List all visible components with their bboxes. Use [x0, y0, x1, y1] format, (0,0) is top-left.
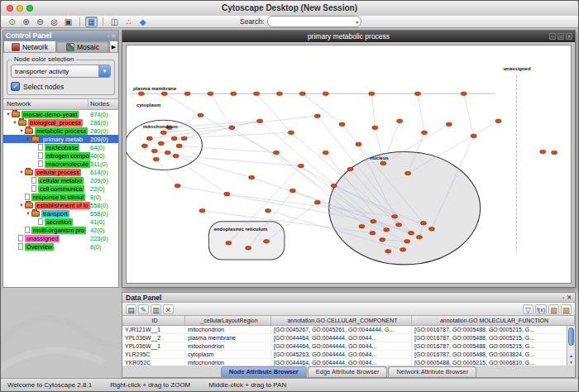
tree-column-network[interactable]: Network [3, 99, 89, 109]
graph-node[interactable] [153, 157, 159, 161]
graph-node[interactable] [347, 167, 353, 171]
graph-node[interactable] [471, 134, 476, 138]
table-row[interactable]: YJR121W__1mitochondrion[GO:0045267, GO:0… [122, 326, 567, 334]
graph-node[interactable] [290, 189, 295, 193]
graph-node[interactable] [181, 136, 187, 141]
graph-node[interactable] [249, 175, 255, 179]
graph-node[interactable] [540, 150, 546, 154]
create-attribute-icon[interactable]: ✎ [138, 304, 149, 314]
graph-node[interactable] [421, 131, 427, 135]
graph-node[interactable] [176, 144, 182, 148]
graph-node[interactable] [461, 92, 467, 96]
graph-node[interactable] [226, 241, 232, 246]
tree-row[interactable]: ▼primary metab209(0) [3, 135, 118, 143]
graph-node[interactable] [372, 126, 378, 130]
graph-node[interactable] [495, 119, 501, 123]
function-builder-icon[interactable]: f(x) [535, 304, 547, 314]
tree-row[interactable]: unassigned223(0) [3, 234, 118, 242]
scroll-up-icon[interactable]: ▲ [567, 352, 575, 359]
internal-maximize-icon[interactable]: □ [557, 33, 564, 40]
graph-node[interactable] [254, 92, 260, 96]
graph-node[interactable] [371, 219, 376, 223]
graph-node[interactable] [273, 151, 279, 155]
graph-node[interactable] [404, 240, 410, 244]
graph-node[interactable] [198, 113, 203, 117]
graph-node[interactable] [173, 154, 179, 158]
clear-attribute-icon[interactable]: ✕ [163, 304, 174, 314]
tree-row[interactable]: ▼transport558(0) [3, 209, 118, 218]
search-input[interactable] [273, 17, 352, 26]
graph-node[interactable] [171, 136, 177, 141]
column-header[interactable]: annotation.GO MOLECULAR_FUNCTION [412, 316, 575, 325]
graph-node[interactable] [314, 114, 320, 118]
graph-node[interactable] [428, 227, 434, 231]
graph-node[interactable] [138, 92, 144, 96]
graph-node[interactable] [146, 136, 152, 141]
zoom-out-icon[interactable]: ⊖ [34, 17, 46, 27]
graph-node[interactable] [265, 208, 270, 213]
graph-node[interactable] [141, 144, 147, 148]
graph-node[interactable] [208, 92, 213, 96]
tree-row[interactable]: ▼mosaic-demo-yeast874(0) [3, 110, 118, 118]
graph-node[interactable] [323, 151, 328, 155]
graph-node[interactable] [298, 164, 304, 168]
close-panel-icon[interactable]: ✕ [567, 294, 572, 301]
network-canvas[interactable]: plasma membranecytoplasmmitochondrionnuc… [126, 45, 572, 284]
tree-row[interactable]: macromolecule311(0) [3, 160, 118, 168]
zoom-selected-icon[interactable]: ◎ [48, 17, 60, 27]
graph-node[interactable] [276, 92, 282, 96]
network-window-titlebar[interactable]: primary metabolic process ─ □ ✕ [122, 31, 575, 42]
node-color-dropdown[interactable]: transporter activity ▼ [11, 65, 111, 78]
graph-node[interactable] [323, 92, 328, 96]
graph-node[interactable] [165, 151, 170, 155]
graph-node[interactable] [314, 200, 320, 204]
tree-row[interactable]: nitrogen compo40(0) [3, 151, 118, 160]
graph-node[interactable] [416, 235, 422, 239]
search-dropdown-icon[interactable]: ▾ [356, 19, 358, 25]
internal-minimize-icon[interactable]: ─ [549, 33, 556, 40]
graph-node[interactable] [552, 151, 557, 155]
graph-node[interactable] [380, 238, 385, 242]
graph-node[interactable] [184, 92, 190, 96]
graph-node[interactable] [359, 224, 365, 228]
graph-node[interactable] [299, 92, 305, 96]
select-nodes-checkbox[interactable]: ✓ [11, 82, 20, 91]
network-view-icon[interactable]: ∴ [122, 17, 135, 27]
graph-node[interactable] [288, 131, 294, 135]
graph-node[interactable] [414, 92, 420, 96]
tree-row[interactable]: ▼metabolic process280(0) [3, 127, 118, 135]
column-header[interactable]: ID [122, 316, 185, 325]
expanded-icon[interactable]: ▼ [12, 118, 18, 127]
graph-node[interactable] [396, 222, 402, 227]
graph-node[interactable] [397, 119, 403, 123]
graph-node[interactable] [199, 208, 205, 213]
graph-node[interactable] [175, 184, 180, 188]
graph-node[interactable] [392, 214, 398, 218]
search-box[interactable]: ▾ [267, 16, 361, 27]
tree-row[interactable]: ▼biological_process286(0) [3, 118, 118, 127]
expanded-icon[interactable]: ▼ [25, 209, 31, 218]
graph-node[interactable] [385, 250, 391, 254]
tree-row[interactable]: response to stimul8(0) [3, 193, 118, 201]
graph-node[interactable] [161, 92, 167, 96]
tree-row[interactable]: ▼cellular process614(0) [3, 168, 118, 176]
graph-node[interactable] [380, 161, 386, 165]
expanded-icon[interactable]: ▼ [18, 201, 25, 209]
tree-column-nodes[interactable]: Nodes [89, 99, 118, 109]
graph-node[interactable] [263, 240, 269, 244]
select-attributes-icon[interactable]: ▤ [126, 304, 136, 314]
graph-node[interactable] [369, 92, 375, 96]
expanded-icon[interactable]: ▼ [5, 110, 12, 118]
expanded-icon[interactable]: ▼ [25, 135, 31, 143]
graph-node[interactable] [160, 131, 166, 135]
tab-mosaic[interactable]: Mosaic [56, 41, 109, 53]
overview-icon[interactable]: ◫ [108, 17, 121, 27]
graph-node[interactable] [405, 171, 411, 175]
import-attributes-icon[interactable]: ▧ [548, 304, 559, 314]
graphics-details-icon[interactable]: ▦ [85, 17, 98, 27]
graph-node[interactable] [408, 231, 414, 235]
table-row[interactable]: YKR052Cmitochondrion[GO:0044464, GO:0044… [122, 359, 567, 366]
open-folder-icon[interactable]: ▨ [561, 304, 572, 314]
graph-node[interactable] [356, 142, 361, 146]
graph-node[interactable] [224, 192, 230, 196]
